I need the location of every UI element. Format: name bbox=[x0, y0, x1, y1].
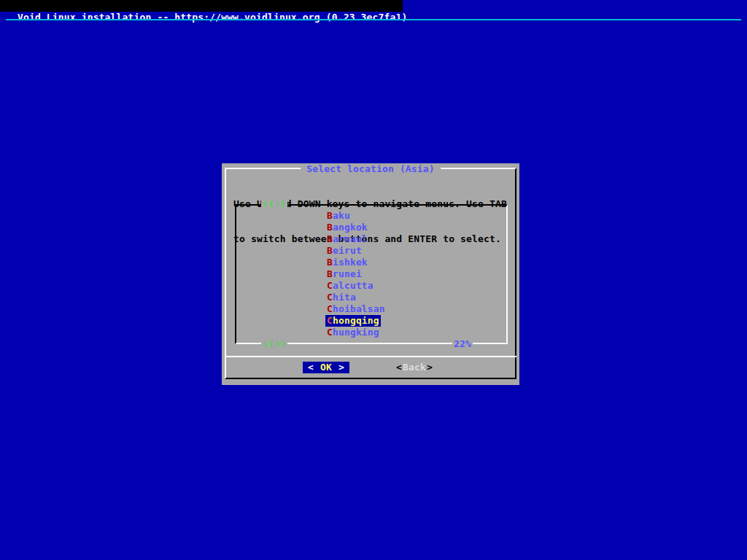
ok-button-bracket-left: < bbox=[308, 362, 314, 373]
menu-item[interactable]: Bishkek bbox=[327, 257, 385, 268]
menu-item-tag-key: C bbox=[327, 303, 333, 314]
menu-item-label: hita bbox=[333, 292, 356, 303]
buttons-row: < OK > < Back > bbox=[222, 362, 519, 373]
menu-item-label: ishkek bbox=[333, 257, 368, 268]
back-button[interactable]: < Back > bbox=[391, 362, 438, 373]
menu-item[interactable]: Calcutta bbox=[327, 280, 385, 292]
menu-item-tag-key: B bbox=[327, 222, 333, 233]
backtitle: Void Linux installation -- https://www.v… bbox=[0, 0, 403, 12]
menu-item-label: eirut bbox=[333, 245, 362, 256]
menu-item[interactable]: Beirut bbox=[327, 245, 385, 257]
back-button-bracket-right: > bbox=[427, 362, 433, 373]
menu-item[interactable]: Barnaul bbox=[327, 233, 385, 245]
menu-item-label: arnaul bbox=[333, 233, 368, 244]
menu-item-tag-key: B bbox=[327, 245, 333, 256]
ok-button-bracket-right: > bbox=[338, 362, 344, 373]
scroll-percent: 22% bbox=[452, 338, 473, 350]
scroll-up-indicator: ↑(-) bbox=[261, 198, 287, 210]
menu-item-tag-key: B bbox=[327, 257, 333, 268]
menu-item-tag-key: C bbox=[327, 327, 333, 338]
back-button-bracket-left: < bbox=[396, 362, 402, 373]
backtitle-text: Void Linux installation -- https://www.v… bbox=[18, 12, 407, 23]
menu-item-label: hungking bbox=[333, 327, 379, 338]
menu-item[interactable]: Baku bbox=[327, 210, 385, 222]
menu-item[interactable]: Chongqing bbox=[325, 315, 381, 327]
menu-item[interactable]: Chungking bbox=[327, 327, 385, 338]
menu-item-tag-key: C bbox=[327, 292, 333, 303]
menu-item-label: aku bbox=[333, 210, 350, 221]
select-location-dialog: Select location (Asia) Use UP and DOWN k… bbox=[222, 163, 519, 385]
menu-item-label: hoibalsan bbox=[333, 303, 385, 314]
menu-item-label: alcutta bbox=[333, 280, 374, 291]
menu-item-label: hongqing bbox=[333, 315, 379, 326]
menu-item-tag-key: B bbox=[327, 268, 333, 279]
buttons-divider bbox=[225, 356, 516, 357]
menu-item[interactable]: Bangkok bbox=[327, 222, 385, 233]
ok-button-label: OK bbox=[320, 362, 332, 373]
back-button-label: Back bbox=[403, 362, 426, 373]
menu-item-label: runei bbox=[333, 268, 362, 279]
dialog-title: Select location (Asia) bbox=[301, 163, 441, 175]
ok-button[interactable]: < OK > bbox=[303, 362, 349, 373]
scroll-down-indicator: ↓(+) bbox=[261, 338, 287, 350]
menu-item-tag-key: B bbox=[327, 233, 333, 244]
backtitle-divider bbox=[6, 19, 741, 20]
menu-item[interactable]: Choibalsan bbox=[327, 303, 385, 315]
menu-item-tag-key: C bbox=[327, 280, 333, 291]
menu-item[interactable]: Brunei bbox=[327, 268, 385, 280]
menu-item[interactable]: Chita bbox=[327, 292, 385, 303]
menu-items: BakuBangkokBarnaulBeirutBishkekBruneiCal… bbox=[327, 210, 385, 338]
menu-item-tag-key: B bbox=[327, 210, 333, 221]
menu-item-label: angkok bbox=[333, 222, 368, 233]
menu-item-tag-key: C bbox=[327, 315, 333, 326]
